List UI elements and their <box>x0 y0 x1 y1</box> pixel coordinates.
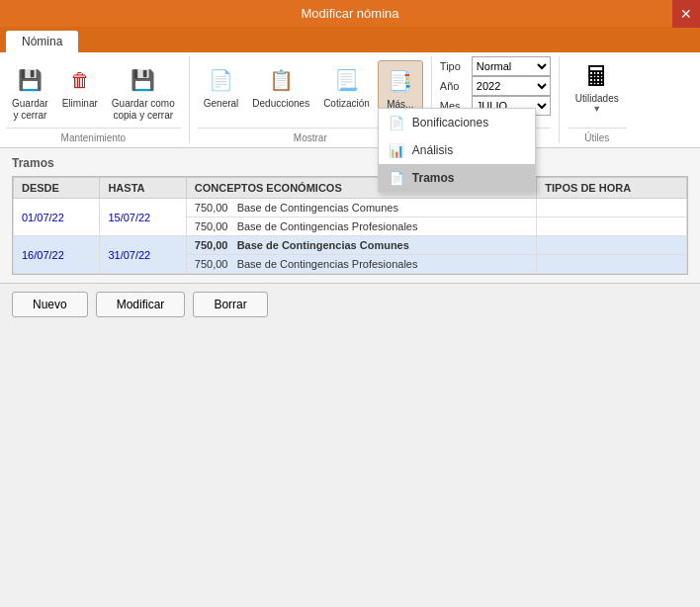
bonificaciones-label: Bonificaciones <box>412 116 488 130</box>
row2-tipos2 <box>537 255 687 274</box>
row2-concepto2: 750,00 Base de Contingencias Profesional… <box>186 255 537 274</box>
close-button[interactable]: ✕ <box>672 0 700 28</box>
main-content: Tramos DESDE HASTA CONCEPTOS ECONÓMICOS … <box>0 148 700 283</box>
cotizacion-icon: 📃 <box>330 64 362 96</box>
window-title: Modificar nómina <box>302 6 399 21</box>
mas-icon: 📑 <box>385 65 416 97</box>
tab-nomina[interactable]: Nómina <box>6 31 78 52</box>
delete-icon: 🗑 <box>64 64 96 96</box>
tramos-icon: 📄 <box>389 170 404 186</box>
ribbon-group-mantenimiento: 💾 Guardary cerrar 🗑 Eliminar 💾 Guardar c… <box>6 56 190 143</box>
tipo-row: Tipo Normal Extra <box>440 56 551 76</box>
section-title: Tramos <box>12 156 688 170</box>
eliminar-button[interactable]: 🗑 Eliminar <box>56 60 104 114</box>
bottom-bar: Nuevo Modificar Borrar <box>0 283 700 325</box>
dropdown-tramos[interactable]: 📄 Tramos <box>379 164 535 192</box>
deducciones-label: Deducciones <box>252 98 309 110</box>
deducciones-button[interactable]: 📋 Deducciones <box>246 60 315 114</box>
dropdown-bonificaciones[interactable]: 📄 Bonificaciones <box>379 109 535 136</box>
utilidades-arrow: ▼ <box>592 104 601 114</box>
general-label: General <box>204 98 239 110</box>
row2-concepto1: 750,00 Base de Contingencias Comunes <box>186 236 537 255</box>
guardar-button[interactable]: 💾 Guardary cerrar <box>6 60 54 126</box>
tab-strip: Nómina <box>0 27 700 52</box>
analisis-label: Análisis <box>412 143 453 157</box>
general-icon: 📄 <box>206 64 237 96</box>
tipo-select[interactable]: Normal Extra <box>472 56 551 76</box>
saveas-icon: 💾 <box>128 64 159 96</box>
general-button[interactable]: 📄 General <box>198 60 245 114</box>
row2-hasta: 31/07/22 <box>100 236 186 274</box>
table-row[interactable]: 16/07/22 31/07/22 750,00 Base de Conting… <box>14 236 687 255</box>
tramos-label: Tramos <box>412 171 455 185</box>
deducciones-icon: 📋 <box>265 64 297 96</box>
cotizacion-button[interactable]: 📃 Cotización <box>317 60 376 114</box>
guardar-copia-button[interactable]: 💾 Guardar comocopia y cerrar <box>106 60 181 126</box>
dropdown-analisis[interactable]: 📊 Análisis <box>379 136 535 164</box>
header-desde: DESDE <box>14 178 100 199</box>
utiles-label: Útiles <box>568 128 627 143</box>
borrar-button[interactable]: Borrar <box>193 292 267 317</box>
nuevo-button[interactable]: Nuevo <box>12 292 88 317</box>
bonificaciones-icon: 📄 <box>389 115 404 130</box>
guardar-label: Guardary cerrar <box>12 98 48 122</box>
row1-desde: 01/07/22 <box>14 199 100 236</box>
guardar-copia-label: Guardar comocopia y cerrar <box>112 98 175 122</box>
tramos-table: DESDE HASTA CONCEPTOS ECONÓMICOS TIPOS D… <box>13 177 687 274</box>
analisis-icon: 📊 <box>389 142 404 158</box>
ribbon-group-mostrar: 📄 General 📋 Deducciones 📃 Cotización 📑 M… <box>190 56 432 143</box>
row2-desde: 16/07/22 <box>14 236 100 274</box>
modificar-button[interactable]: Modificar <box>96 292 186 317</box>
row1-tipos1 <box>537 199 687 217</box>
ribbon: 💾 Guardary cerrar 🗑 Eliminar 💾 Guardar c… <box>0 52 700 148</box>
mas-button-area: 📑 Más...▼ 📄 Bonificaciones 📊 Análisis <box>378 60 423 128</box>
row2-tipos1 <box>537 236 687 255</box>
utilidades-button[interactable]: 🖩 Utilidades ▼ <box>568 56 627 118</box>
ano-row: Año 2022 2021 2020 <box>440 76 551 96</box>
table-row[interactable]: 01/07/22 15/07/22 750,00 Base de Conting… <box>14 199 687 217</box>
row1-concepto1: 750,00 Base de Contingencias Comunes <box>186 199 537 217</box>
header-hasta: HASTA <box>100 178 186 199</box>
mantenimiento-label: Mantenimiento <box>6 128 181 143</box>
tipo-label: Tipo <box>440 60 468 72</box>
header-tipos: TIPOS DE HORA <box>537 178 687 199</box>
title-bar: Modificar nómina ✕ <box>0 0 700 27</box>
table-wrapper: DESDE HASTA CONCEPTOS ECONÓMICOS TIPOS D… <box>12 176 688 275</box>
row1-concepto2: 750,00 Base de Contingencias Profesional… <box>186 217 537 236</box>
cotizacion-label: Cotización <box>323 98 370 110</box>
ano-select[interactable]: 2022 2021 2020 <box>472 76 551 96</box>
dropdown-menu: 📄 Bonificaciones 📊 Análisis 📄 Tramos <box>378 108 536 193</box>
row1-hasta: 15/07/22 <box>100 199 186 236</box>
ano-label: Año <box>440 80 468 92</box>
row1-tipos2 <box>537 217 687 236</box>
save-icon: 💾 <box>14 64 45 96</box>
eliminar-label: Eliminar <box>62 98 98 110</box>
utilidades-label: Utilidades <box>575 93 619 104</box>
utilidades-icon: 🖩 <box>583 60 611 93</box>
ribbon-group-utiles: 🖩 Utilidades ▼ Útiles <box>560 56 635 143</box>
